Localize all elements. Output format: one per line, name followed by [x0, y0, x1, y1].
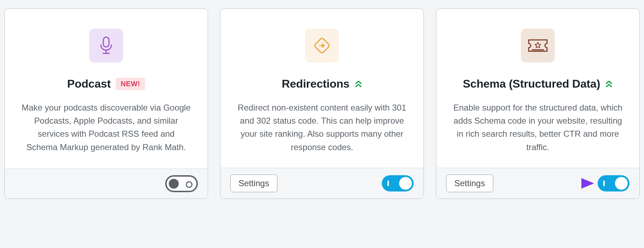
redirect-icon [312, 36, 332, 55]
toggle-schema[interactable] [598, 175, 629, 191]
card-description: Redirect non-existent content easily wit… [237, 101, 407, 154]
card-title-row: Schema (Structured Data) [453, 77, 622, 90]
card-footer: Settings [436, 168, 639, 199]
card-title-row: Redirections [237, 77, 407, 90]
card-footer [5, 169, 208, 199]
card-redirections: RedirectionsRedirect non-existent conten… [220, 8, 424, 199]
card-footer: Settings [220, 168, 424, 199]
card-schema: Schema (Structured Data)Enable support f… [436, 8, 640, 199]
ticket-icon [527, 37, 549, 54]
card-title: Schema (Structured Data) [463, 77, 600, 90]
arrow-annotation [557, 175, 596, 191]
microphone-icon [97, 36, 115, 55]
card-description: Make your podcasts discoverable via Goog… [22, 101, 191, 154]
ticket-icon-tile [521, 29, 555, 63]
card-title: Podcast [67, 77, 111, 90]
card-title: Redirections [282, 77, 349, 90]
new-badge: NEW! [116, 78, 145, 90]
card-podcast: PodcastNEW!Make your podcasts discoverab… [4, 8, 208, 199]
card-body: PodcastNEW!Make your podcasts discoverab… [5, 9, 208, 169]
card-title-row: PodcastNEW! [22, 77, 191, 90]
microphone-icon-tile [89, 29, 123, 63]
redirect-icon-tile [305, 29, 339, 63]
settings-button[interactable]: Settings [230, 175, 277, 192]
toggle-podcast[interactable] [165, 175, 198, 192]
chevrons-up-icon [605, 80, 613, 88]
toggle-redirections[interactable] [382, 175, 414, 191]
svg-rect-0 [103, 37, 109, 47]
card-body: Schema (Structured Data)Enable support f… [436, 9, 639, 168]
settings-button[interactable]: Settings [446, 175, 493, 192]
card-body: RedirectionsRedirect non-existent conten… [220, 9, 424, 168]
card-description: Enable support for the structured data, … [453, 101, 622, 154]
chevrons-up-icon [355, 80, 362, 88]
